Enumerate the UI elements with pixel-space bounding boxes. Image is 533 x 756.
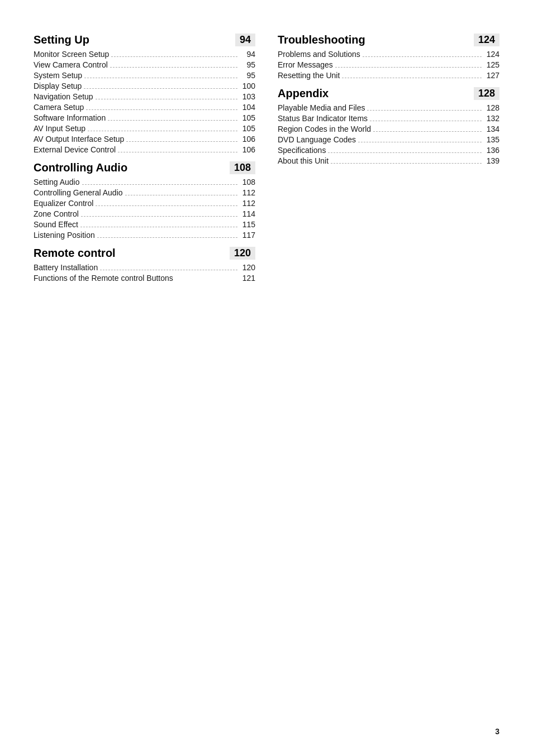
- toc-item-label: External Device Control: [34, 145, 116, 154]
- toc-item-label: Region Codes in the World: [278, 125, 371, 133]
- toc-item: About this Unit139: [278, 156, 499, 165]
- toc-item: Equalizer Control112: [34, 199, 255, 208]
- page-number: 3: [495, 727, 499, 736]
- section-page-number: 124: [474, 34, 499, 46]
- toc-item-page: 114: [240, 209, 255, 218]
- section-page-number: 94: [235, 34, 255, 46]
- toc-item-dots: [363, 56, 482, 57]
- toc-item: AV Input Setup105: [34, 124, 255, 133]
- toc-item: Zone Control114: [34, 209, 255, 218]
- section-title: Controlling Audio: [34, 161, 127, 174]
- toc-item-page: 105: [240, 113, 255, 122]
- toc-item-dots: [358, 142, 482, 142]
- toc-item-label: Setting Audio: [34, 178, 80, 186]
- toc-item-dots: [331, 163, 482, 164]
- toc-item: Display Setup100: [34, 82, 255, 90]
- toc-item-label: Functions of the Remote control Buttons: [34, 274, 173, 283]
- toc-item-page: 124: [484, 50, 499, 59]
- section-header: Remote control120: [34, 247, 255, 260]
- toc-item-dots: [367, 110, 482, 111]
- toc-item-label: AV Input Setup: [34, 124, 85, 133]
- toc-item-label: Controlling General Audio: [34, 188, 123, 197]
- page: Setting Up94Monitor Screen Setup94View C…: [0, 0, 533, 756]
- toc-item-label: About this Unit: [278, 156, 329, 165]
- section-page-number: 108: [230, 161, 255, 174]
- toc-item-dots: [118, 152, 237, 152]
- section-title: Appendix: [278, 87, 329, 100]
- section-title: Remote control: [34, 247, 116, 260]
- toc-item-label: Camera Setup: [34, 103, 84, 112]
- toc-item-page: 100: [240, 82, 255, 90]
- toc-item: Setting Audio108: [34, 178, 255, 186]
- toc-item-label: Status Bar Indicator Items: [278, 114, 368, 123]
- toc-item-label: Display Setup: [34, 82, 82, 90]
- toc-item-page: 136: [484, 146, 499, 155]
- toc-item-page: 112: [240, 188, 255, 197]
- toc-item-page: 95: [240, 71, 255, 80]
- toc-item-label: Equalizer Control: [34, 199, 93, 208]
- toc-item-dots: [370, 121, 482, 121]
- toc-item-page: 121: [240, 274, 255, 283]
- section-header: Setting Up94: [34, 34, 255, 46]
- toc-item-dots: [111, 56, 237, 57]
- toc-item: DVD Language Codes135: [278, 135, 499, 144]
- toc-item: Navigation Setup103: [34, 92, 255, 101]
- toc-item: System Setup95: [34, 71, 255, 80]
- toc-section: Appendix128Playable Media and Files128St…: [278, 87, 499, 165]
- toc-item-dots: [86, 109, 237, 110]
- toc-item-page: 134: [484, 125, 499, 133]
- toc-item-page: 112: [240, 199, 255, 208]
- toc-item-dots: [88, 131, 237, 131]
- toc-section: Remote control120Battery Installation120…: [34, 247, 255, 283]
- toc-item-dots: [84, 78, 237, 78]
- toc-item-page: 115: [240, 220, 255, 229]
- toc-item-dots: [126, 141, 237, 142]
- toc-item: Battery Installation120: [34, 263, 255, 272]
- toc-item-dots: [81, 216, 237, 217]
- toc-item-label: Software Information: [34, 113, 106, 122]
- section-title: Troubleshooting: [278, 34, 365, 46]
- toc-section: Controlling Audio108Setting Audio108Cont…: [34, 161, 255, 240]
- toc-item-dots: [342, 78, 482, 78]
- toc-item-dots: [96, 205, 237, 206]
- toc-item-label: System Setup: [34, 71, 82, 80]
- toc-item-label: Monitor Screen Setup: [34, 50, 109, 59]
- right-column: Troubleshooting124Problems and Solutions…: [278, 34, 499, 284]
- toc-item-page: 132: [484, 114, 499, 123]
- toc-item: Region Codes in the World134: [278, 125, 499, 133]
- toc-item-dots: [97, 237, 237, 238]
- toc-item: External Device Control106: [34, 145, 255, 154]
- section-header: Appendix128: [278, 87, 499, 100]
- toc-item: Software Information105: [34, 113, 255, 122]
- toc-item-dots: [335, 67, 482, 68]
- toc-item-dots: [82, 184, 237, 185]
- toc-item: Error Messages125: [278, 60, 499, 69]
- toc-container: Setting Up94Monitor Screen Setup94View C…: [34, 34, 499, 284]
- toc-item: Listening Position117: [34, 231, 255, 240]
- toc-item-dots: [108, 120, 237, 121]
- toc-item-label: DVD Language Codes: [278, 135, 356, 144]
- toc-item-label: Sound Effect: [34, 220, 78, 229]
- toc-item-dots: [96, 99, 237, 99]
- toc-item: View Camera Control95: [34, 60, 255, 69]
- toc-item-page: 125: [484, 60, 499, 69]
- section-page-number: 120: [230, 247, 255, 260]
- toc-item: Functions of the Remote control Buttons1…: [34, 274, 255, 283]
- toc-item: Controlling General Audio112: [34, 188, 255, 197]
- toc-item: Monitor Screen Setup94: [34, 50, 255, 59]
- toc-item-dots: [110, 67, 237, 68]
- toc-section: Troubleshooting124Problems and Solutions…: [278, 34, 499, 80]
- toc-item-label: Navigation Setup: [34, 92, 93, 101]
- left-column: Setting Up94Monitor Screen Setup94View C…: [34, 34, 255, 284]
- toc-item-page: 106: [240, 145, 255, 154]
- toc-item-page: 94: [240, 50, 255, 59]
- toc-item-dots: [373, 131, 482, 132]
- toc-item-page: 95: [240, 60, 255, 69]
- toc-item: Status Bar Indicator Items132: [278, 114, 499, 123]
- toc-item-dots: [328, 152, 482, 153]
- toc-item-label: Specifications: [278, 146, 326, 155]
- toc-item-page: 135: [484, 135, 499, 144]
- toc-item-label: Listening Position: [34, 231, 95, 240]
- section-page-number: 128: [474, 87, 499, 100]
- toc-section: Setting Up94Monitor Screen Setup94View C…: [34, 34, 255, 154]
